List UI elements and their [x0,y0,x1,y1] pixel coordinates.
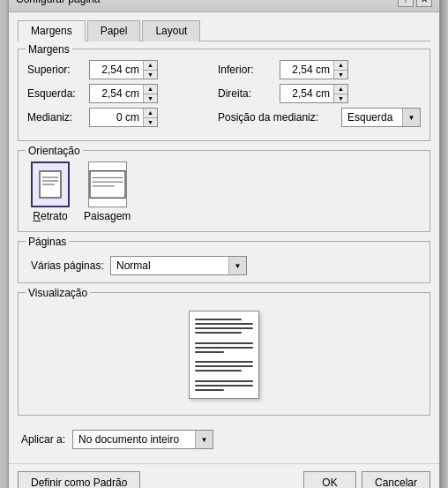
esquerda-label: Esquerda: [27,87,89,100]
apply-label: Aplicar a: [21,433,65,446]
superior-spin-down[interactable]: ▼ [144,71,157,79]
paisagem-button[interactable] [88,161,127,207]
direita-label: Direita: [218,87,280,100]
esquerda-spin-down[interactable]: ▼ [144,94,157,103]
ok-cancel-group: OK Cancelar [303,471,430,488]
bottom-bar: Definir como Padrão OK Cancelar [9,463,439,488]
margins-grid: Superior: ▲ ▼ Esquerda: [27,60,421,131]
page-preview [189,311,259,399]
visualization-label: Visualização [26,287,90,299]
preview-line-13 [195,389,224,391]
varias-label: Várias páginas: [31,259,110,272]
inferior-spin-up[interactable]: ▲ [334,61,347,71]
direita-row: Direita: ▲ ▼ [218,84,421,103]
definir-padrao-button[interactable]: Definir como Padrão [18,471,140,488]
dialog-title: Configurar página [16,0,100,5]
esquerda-input[interactable] [90,85,143,102]
ok-button[interactable]: OK [303,471,356,488]
apply-row: Aplicar a: No documento inteiro ▼ [18,430,430,449]
title-bar: Configurar página ? ✕ [9,0,439,12]
tabs-container: Margens Papel Layout [18,19,430,41]
apply-value: No documento inteiro [73,433,195,446]
pages-group: Páginas Várias páginas: Normal ▼ [18,241,430,283]
varias-row: Várias páginas: Normal ▼ [27,256,421,275]
direita-spin-btns: ▲ ▼ [333,85,347,102]
preview-line-6 [195,347,253,349]
orientation-buttons: Retrato Paisagem [27,161,421,222]
inferior-spin-down[interactable]: ▼ [334,71,347,79]
esquerda-spin-btns: ▲ ▼ [143,85,157,102]
pos-medianiz-label: Posição da medianiz: [218,111,341,124]
varias-value: Normal [111,259,228,272]
visualization-group: Visualização [18,292,430,416]
superior-input[interactable] [90,61,143,79]
tab-layout[interactable]: Layout [142,20,200,41]
preview-line-5 [195,342,253,344]
medianiz-input[interactable] [90,109,143,126]
retrato-wrap: Retrato [31,161,70,222]
preview-line-7 [195,351,224,353]
preview-line-11 [195,380,253,382]
medianiz-label: Medianiz: [27,111,89,124]
esquerda-spin-up[interactable]: ▲ [144,85,157,94]
inferior-label: Inferior: [218,64,280,76]
medianiz-spin-btns: ▲ ▼ [143,109,157,126]
retrato-label: Retrato [33,210,67,222]
paisagem-label: Paisagem [84,210,131,222]
dialog-window: Configurar página ? ✕ Margens Papel Layo… [8,0,440,488]
preview-line-9 [195,365,253,367]
preview-line-12 [195,385,253,387]
margins-left-col: Superior: ▲ ▼ Esquerda: [27,60,200,131]
orientation-group: Orientação Retrato [18,150,430,232]
preview-line-8 [195,361,253,363]
title-bar-buttons: ? ✕ [398,0,432,7]
direita-spin-down[interactable]: ▼ [334,94,347,103]
preview-line-2 [195,323,253,325]
medianiz-spin-down[interactable]: ▼ [144,118,157,127]
help-button[interactable]: ? [398,0,414,7]
pages-group-label: Páginas [26,236,69,248]
apply-dropdown[interactable]: No documento inteiro ▼ [72,430,213,449]
esquerda-row: Esquerda: ▲ ▼ [27,84,200,103]
pos-medianiz-row: Posição da medianiz: Esquerda ▼ [218,108,421,127]
medianiz-spin-up[interactable]: ▲ [144,109,157,118]
medianiz-row: Medianiz: ▲ ▼ [27,108,200,127]
direita-spinbox[interactable]: ▲ ▼ [280,84,348,103]
margins-right-col: Inferior: ▲ ▼ Direita: [218,60,421,131]
superior-spinbox[interactable]: ▲ ▼ [89,60,158,79]
tab-margens[interactable]: Margens [18,20,86,41]
varias-arrow-icon: ▼ [228,257,246,274]
inferior-row: Inferior: ▲ ▼ [218,60,421,79]
pos-medianiz-value: Esquerda [342,111,402,124]
cancelar-button[interactable]: Cancelar [362,471,430,488]
retrato-page-icon [39,170,62,199]
direita-input[interactable] [280,85,333,102]
tab-papel[interactable]: Papel [87,20,141,41]
esquerda-spinbox[interactable]: ▲ ▼ [89,84,158,103]
superior-spin-btns: ▲ ▼ [143,61,157,79]
close-button[interactable]: ✕ [416,0,432,7]
medianiz-spinbox[interactable]: ▲ ▼ [89,108,158,127]
inferior-spinbox[interactable]: ▲ ▼ [280,60,348,79]
margins-group-label: Margens [26,43,72,56]
visualization-box [27,304,421,406]
inferior-input[interactable] [280,61,333,79]
pos-medianiz-arrow-icon: ▼ [402,109,420,126]
superior-row: Superior: ▲ ▼ [27,60,200,79]
svg-rect-4 [90,171,125,199]
direita-spin-up[interactable]: ▲ [334,85,347,94]
superior-spin-up[interactable]: ▲ [144,61,157,71]
preview-line-1 [195,319,242,320]
paisagem-wrap: Paisagem [84,161,131,222]
preview-line-10 [195,370,242,372]
superior-label: Superior: [27,64,89,76]
preview-line-3 [195,327,253,329]
retrato-button[interactable] [31,161,70,207]
pos-medianiz-dropdown[interactable]: Esquerda ▼ [341,108,421,127]
apply-arrow-icon: ▼ [195,431,213,448]
inferior-spin-btns: ▲ ▼ [333,61,347,79]
paisagem-page-icon [89,169,126,199]
varias-dropdown[interactable]: Normal ▼ [110,256,247,275]
preview-line-4 [195,332,242,334]
margins-group: Margens Superior: ▲ ▼ [18,49,430,141]
